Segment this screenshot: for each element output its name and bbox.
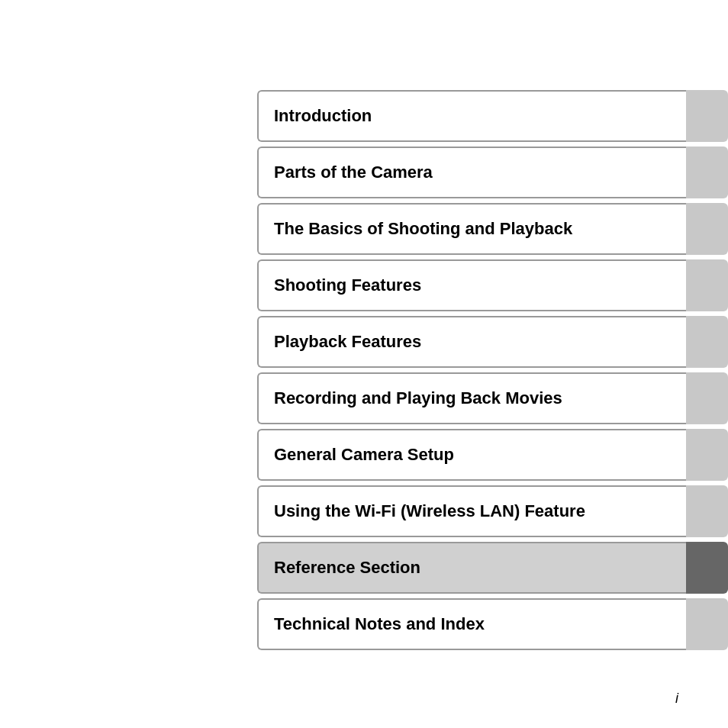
toc-item-label-shooting-features: Shooting Features: [274, 275, 421, 295]
toc-item-shooting-features[interactable]: Shooting Features: [257, 259, 728, 311]
toc-item-main-basics-shooting-playback: The Basics of Shooting and Playback: [257, 203, 686, 255]
toc-item-tab-reference-section: [686, 542, 728, 594]
toc-item-label-general-camera-setup: General Camera Setup: [274, 445, 454, 465]
toc-item-introduction[interactable]: Introduction: [257, 90, 728, 142]
toc-item-basics-shooting-playback[interactable]: The Basics of Shooting and Playback: [257, 203, 728, 255]
toc-item-tab-technical-notes-index: [686, 598, 728, 650]
toc-item-main-shooting-features: Shooting Features: [257, 259, 686, 311]
page-container: IntroductionParts of the CameraThe Basic…: [0, 0, 728, 728]
toc-item-tab-parts-of-camera: [686, 147, 728, 198]
toc-item-wifi-feature[interactable]: Using the Wi-Fi (Wireless LAN) Feature: [257, 485, 728, 537]
toc-item-technical-notes-index[interactable]: Technical Notes and Index: [257, 598, 728, 650]
toc-item-playback-features[interactable]: Playback Features: [257, 316, 728, 368]
page-number: i: [675, 691, 678, 707]
toc-item-label-wifi-feature: Using the Wi-Fi (Wireless LAN) Feature: [274, 501, 585, 521]
toc-item-label-reference-section: Reference Section: [274, 558, 420, 578]
toc-item-label-parts-of-camera: Parts of the Camera: [274, 163, 433, 182]
toc-item-label-recording-movies: Recording and Playing Back Movies: [274, 388, 562, 408]
toc-item-general-camera-setup[interactable]: General Camera Setup: [257, 429, 728, 481]
toc-item-tab-introduction: [686, 90, 728, 142]
toc-item-tab-recording-movies: [686, 372, 728, 424]
toc-item-reference-section[interactable]: Reference Section: [257, 542, 728, 594]
toc-item-main-playback-features: Playback Features: [257, 316, 686, 368]
toc-item-recording-movies[interactable]: Recording and Playing Back Movies: [257, 372, 728, 424]
toc-item-tab-wifi-feature: [686, 485, 728, 537]
toc-item-tab-general-camera-setup: [686, 429, 728, 481]
toc-item-label-basics-shooting-playback: The Basics of Shooting and Playback: [274, 219, 572, 239]
toc-item-main-wifi-feature: Using the Wi-Fi (Wireless LAN) Feature: [257, 485, 686, 537]
toc-item-main-technical-notes-index: Technical Notes and Index: [257, 598, 686, 650]
toc-item-tab-shooting-features: [686, 259, 728, 311]
toc-item-label-technical-notes-index: Technical Notes and Index: [274, 614, 485, 634]
toc-item-label-playback-features: Playback Features: [274, 332, 421, 352]
toc-item-main-parts-of-camera: Parts of the Camera: [257, 147, 686, 198]
toc-list: IntroductionParts of the CameraThe Basic…: [257, 90, 728, 655]
toc-item-tab-basics-shooting-playback: [686, 203, 728, 255]
toc-item-label-introduction: Introduction: [274, 106, 372, 126]
toc-item-main-introduction: Introduction: [257, 90, 686, 142]
toc-item-main-general-camera-setup: General Camera Setup: [257, 429, 686, 481]
toc-item-tab-playback-features: [686, 316, 728, 368]
toc-item-main-reference-section: Reference Section: [257, 542, 686, 594]
toc-item-parts-of-camera[interactable]: Parts of the Camera: [257, 147, 728, 198]
toc-item-main-recording-movies: Recording and Playing Back Movies: [257, 372, 686, 424]
